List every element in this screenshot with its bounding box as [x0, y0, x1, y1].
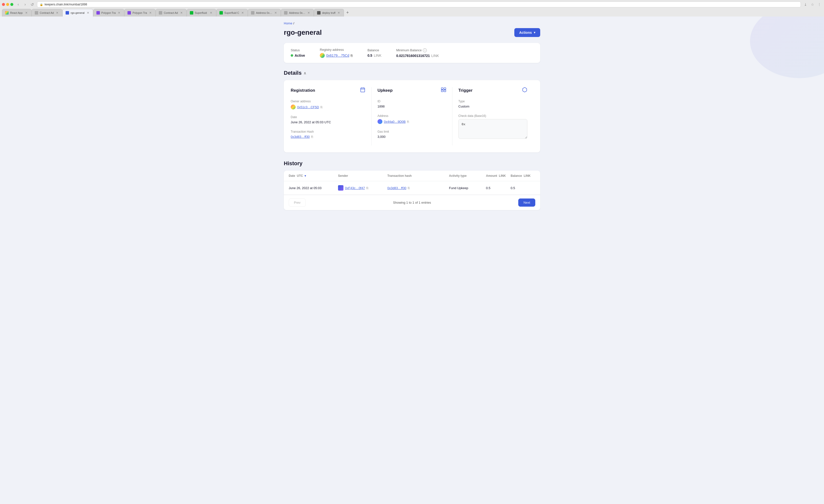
upkeep-address[interactable]: 0x44a0…9D0B	[384, 120, 406, 123]
tab-contract2[interactable]: Contract Ad ✕	[156, 9, 186, 16]
tab-polygon2[interactable]: Polygon Tra ✕	[124, 9, 156, 16]
row-tx-copy-icon[interactable]: ⎘	[408, 186, 410, 190]
tab-label-address1: Address 0x…	[256, 11, 272, 14]
tab-label-polygon2: Polygon Tra	[132, 11, 147, 14]
maximize-window-dot[interactable]	[10, 3, 13, 6]
tab-favicon-address2	[284, 11, 288, 14]
cell-date: June 26, 2022 at 05:03	[289, 186, 338, 190]
tab-close-contract1[interactable]: ✕	[55, 11, 59, 15]
registry-address[interactable]: 0x6179…75Cd	[326, 54, 349, 58]
tab-close-react[interactable]: ✕	[24, 11, 28, 15]
tab-close-polygon1[interactable]: ✕	[117, 11, 121, 15]
owner-address[interactable]: 0x51c3…CF5D	[297, 105, 319, 109]
tab-superfluid2[interactable]: Superfluid C ✕	[216, 9, 248, 16]
tab-contract1[interactable]: Contract Ad ✕	[31, 9, 63, 16]
tx-copy-icon[interactable]: ⎘	[311, 135, 313, 138]
sender-copy-icon[interactable]: ⎘	[367, 186, 369, 190]
tab-react[interactable]: React App ✕	[2, 9, 31, 16]
new-tab-button[interactable]: +	[344, 9, 351, 16]
reload-button[interactable]: ↺	[29, 1, 35, 7]
cell-balance: 0.5	[511, 186, 535, 190]
details-card: Registration Owner address 0x51c3…CF5D ⎘	[284, 80, 540, 153]
next-button[interactable]: Next	[518, 199, 535, 207]
browser-chrome: ‹ › ↺ 🔒 keepers.chain.link/mumbai/1898 ⤓…	[0, 0, 824, 16]
extensions-icon[interactable]: ⤓	[803, 2, 808, 7]
sender-address[interactable]: 0xF43c…0f47	[345, 186, 365, 190]
upkeep-id-label: ID	[378, 100, 446, 103]
check-data-input[interactable]: 0x	[458, 119, 527, 139]
address-bar[interactable]: 🔒 keepers.chain.link/mumbai/1898	[37, 1, 801, 7]
upkeep-copy-icon[interactable]: ⎘	[407, 120, 409, 123]
status-label: Status	[291, 48, 305, 52]
nav-buttons: ‹ › ↺	[15, 1, 35, 7]
tab-rgo[interactable]: rgo-general ✕	[63, 9, 93, 16]
tab-superfluid1[interactable]: Superfluid ✕	[187, 9, 216, 16]
owner-avatar	[291, 105, 296, 109]
check-data-field: Check data (Base16) 0x	[458, 114, 527, 139]
settings-icon[interactable]: ⋮	[817, 2, 822, 7]
tab-close-superfluid2[interactable]: ✕	[241, 11, 244, 15]
details-collapse-icon[interactable]: ∧	[304, 71, 306, 76]
gas-field: Gas limit 3,000	[378, 130, 446, 138]
tab-favicon-polygon2	[127, 11, 131, 14]
tab-favicon-contract2	[159, 11, 162, 14]
tab-label-react: React App	[10, 11, 23, 14]
tabs-bar: React App ✕ Contract Ad ✕ rgo-general ✕ …	[2, 9, 822, 16]
trigger-header: Trigger	[458, 87, 527, 94]
upkeep-address-label: Address	[378, 114, 446, 118]
tab-close-address2[interactable]: ✕	[307, 11, 311, 15]
details-section-header: Details ∧	[284, 70, 540, 76]
actions-label: Actions	[519, 30, 532, 34]
cell-sender: 0xF43c…0f47 ⎘	[338, 185, 387, 191]
breadcrumb-home[interactable]: Home	[284, 21, 292, 25]
tab-close-contract2[interactable]: ✕	[180, 11, 184, 15]
tab-label-rgo: rgo-general	[71, 11, 84, 14]
registration-header: Registration	[291, 87, 366, 94]
registry-value: 0x6179…75Cd ⎘	[320, 53, 352, 58]
owner-copy-icon[interactable]: ⎘	[320, 105, 322, 109]
prev-button[interactable]: Prev	[289, 199, 306, 207]
tab-address2[interactable]: Address 0x… ✕	[281, 9, 314, 16]
registry-copy-icon[interactable]: ⎘	[350, 54, 352, 58]
balance-value: 0.5 LINK	[368, 54, 382, 58]
breadcrumb-separator: /	[293, 21, 294, 25]
owner-value: 0x51c3…CF5D ⎘	[291, 105, 366, 109]
col-amount: Amount LINK	[486, 174, 511, 178]
actions-button[interactable]: Actions ▾	[514, 28, 540, 37]
status-text: Active	[295, 54, 305, 58]
check-data-label: Check data (Base16)	[458, 114, 527, 118]
tab-close-polygon2[interactable]: ✕	[148, 11, 152, 15]
tab-close-rgo[interactable]: ✕	[86, 11, 90, 15]
tab-address1[interactable]: Address 0x… ✕	[248, 9, 281, 16]
tx-value: 0x3d83…ff30 ⎘	[291, 135, 366, 138]
min-balance-info-icon[interactable]: i	[423, 48, 427, 52]
table-header: Date UTC ▼ Sender Transaction hash Activ…	[284, 171, 540, 181]
owner-label: Owner address	[291, 100, 366, 103]
tab-label-address2: Address 0x…	[289, 11, 305, 14]
row-tx-hash[interactable]: 0x3d83…ff30	[387, 186, 406, 190]
sort-date-icon[interactable]: ▼	[304, 174, 307, 177]
min-balance-value: 0.0217816001316721 LINK	[396, 54, 439, 58]
tab-favicon-polygon1	[96, 11, 100, 14]
upkeep-avatar	[378, 119, 383, 124]
tab-close-deploy[interactable]: ✕	[337, 11, 341, 15]
trigger-title: Trigger	[458, 88, 473, 93]
close-window-dot[interactable]	[2, 3, 5, 6]
cell-amount: 0.5	[486, 186, 511, 190]
forward-button[interactable]: ›	[22, 1, 28, 7]
cell-activity-type: Fund Upkeep	[449, 186, 486, 190]
bookmark-icon[interactable]: ☆	[810, 2, 815, 7]
upkeep-header: Upkeep	[378, 87, 446, 94]
trigger-section: Trigger Type Custom Check data (Base16) …	[452, 87, 533, 145]
svg-rect-6	[441, 90, 443, 92]
tx-hash[interactable]: 0x3d83…ff30	[291, 135, 310, 138]
col-activity-type: Activity type	[449, 174, 486, 178]
tab-close-superfluid1[interactable]: ✕	[209, 11, 213, 15]
back-button[interactable]: ‹	[15, 1, 21, 7]
url-text: keepers.chain.link/mumbai/1898	[44, 3, 87, 6]
upkeep-address-field: Address 0x44a0…9D0B ⎘	[378, 114, 446, 124]
tab-close-address1[interactable]: ✕	[274, 11, 278, 15]
tab-deploy[interactable]: deploy truff ✕	[314, 9, 344, 16]
minimize-window-dot[interactable]	[6, 3, 9, 6]
tab-polygon1[interactable]: Polygon Tra ✕	[93, 9, 124, 16]
